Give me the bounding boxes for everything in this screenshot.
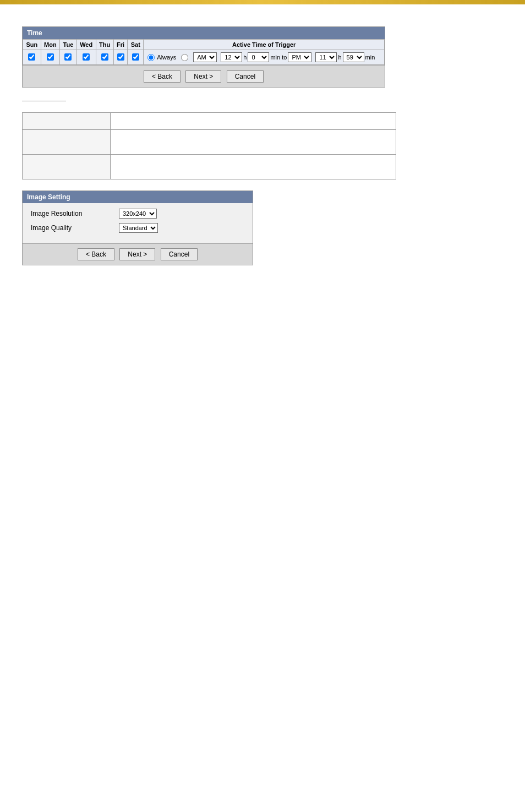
am-select[interactable]: AM PM (193, 52, 217, 62)
resolution-select[interactable]: 320x240 640x480 160x120 (119, 209, 157, 219)
checkbox-sun[interactable] (28, 53, 35, 61)
image-back-button[interactable]: < Back (78, 248, 114, 260)
checkbox-sat[interactable] (132, 53, 139, 61)
image-cancel-button[interactable]: Cancel (161, 248, 198, 260)
resolution-row: Image Resolution 320x240 640x480 160x120 (31, 209, 244, 219)
image-next-button[interactable]: Next > (119, 248, 155, 260)
table-cell-value (111, 113, 396, 130)
day-header-sat: Sat (128, 40, 144, 50)
checkbox-tue[interactable] (64, 53, 72, 61)
pm-select[interactable]: PM AM (288, 52, 311, 62)
quality-select[interactable]: Standard High Low (119, 223, 158, 233)
time-btn-row: < Back Next > Cancel (23, 66, 385, 87)
checkbox-thu[interactable] (101, 53, 108, 61)
end-min-select[interactable]: 5905101530 (343, 52, 364, 62)
image-setting-panel: Image Setting Image Resolution 320x240 6… (22, 190, 253, 265)
start-min-select[interactable]: 05101530 (248, 52, 269, 62)
time-back-button[interactable]: < Back (144, 70, 181, 83)
day-header-tue: Tue (60, 40, 77, 50)
day-header-wed: Wed (76, 40, 96, 50)
time-table: Sun Mon Tue Wed Thu Fri Sat Active Time … (23, 39, 385, 65)
day-header-thu: Thu (96, 40, 113, 50)
table-cell-label (23, 155, 111, 179)
top-decorative-bar (0, 0, 525, 4)
time-cancel-button[interactable]: Cancel (227, 70, 264, 83)
start-hour-select[interactable]: 12 1234 5678 91011 (221, 52, 242, 62)
always-label: Always (157, 54, 176, 61)
checkbox-wed[interactable] (83, 53, 90, 61)
time-next-button[interactable]: Next > (185, 70, 221, 83)
day-header-sun: Sun (23, 40, 41, 50)
active-time-header: Active Time of Trigger (144, 40, 385, 50)
checkbox-mon[interactable] (47, 53, 54, 61)
table-cell-value (111, 130, 396, 155)
quality-row: Image Quality Standard High Low (31, 223, 244, 233)
end-hour-select[interactable]: 11 1234 5678 91012 (315, 52, 337, 62)
day-header-mon: Mon (41, 40, 60, 50)
time-panel-header: Time (23, 27, 385, 39)
table-cell-label (23, 130, 111, 155)
radio-range[interactable] (181, 54, 188, 61)
table-row (23, 113, 396, 130)
min1-label: min to (270, 54, 287, 61)
note-underline (22, 101, 66, 101)
h1-label: h (243, 54, 247, 61)
table-cell-label (23, 113, 111, 130)
image-btn-row: < Back Next > Cancel (23, 243, 253, 265)
radio-always[interactable] (147, 54, 155, 61)
table-cell-value (111, 155, 396, 179)
time-panel: Time Sun Mon Tue Wed Thu Fri Sat Active … (22, 26, 385, 88)
info-table (22, 112, 396, 179)
day-header-fri: Fri (113, 40, 128, 50)
min2-label: min (365, 54, 375, 61)
checkbox-fri[interactable] (117, 53, 124, 61)
h2-label: h (338, 54, 341, 61)
table-row (23, 130, 396, 155)
quality-label: Image Quality (31, 224, 119, 232)
table-row (23, 155, 396, 179)
resolution-label: Image Resolution (31, 210, 119, 217)
image-setting-header: Image Setting (23, 191, 253, 203)
